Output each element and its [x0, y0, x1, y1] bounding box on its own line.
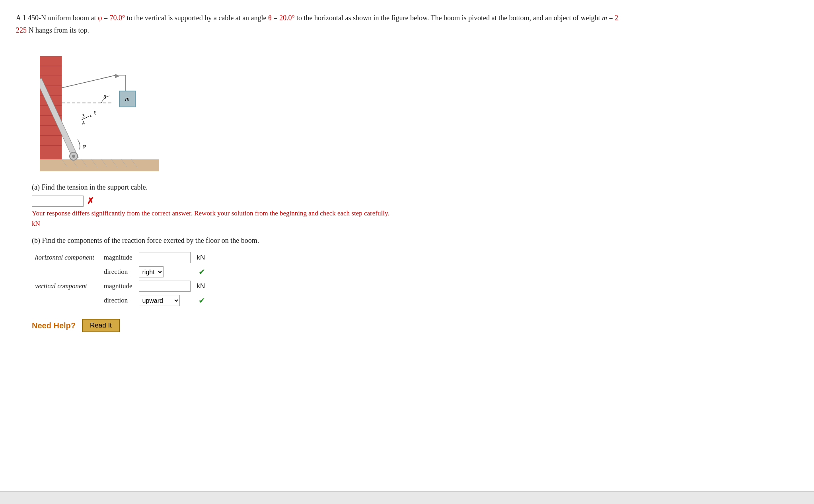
- vertical-direction-label: direction: [101, 293, 136, 308]
- vertical-component-label: vertical component: [32, 279, 101, 293]
- need-help-label: Need Help?: [32, 321, 76, 330]
- boom-figure: m θ 3 4 ℓ ℓ φ: [40, 44, 159, 171]
- horizontal-direction-cell: right left: [136, 265, 194, 279]
- part-a-unit: kN: [32, 220, 40, 227]
- text-end: N hangs from its top.: [27, 26, 89, 34]
- svg-text:4: 4: [81, 120, 86, 126]
- figure-container: m θ 3 4 ℓ ℓ φ: [40, 44, 621, 171]
- m-eq: =: [607, 14, 615, 22]
- vertical-check: ✔: [194, 293, 208, 308]
- vertical-magnitude-label: magnitude: [101, 279, 136, 293]
- svg-text:φ: φ: [83, 143, 86, 149]
- theta-value: θ: [268, 14, 272, 22]
- theta-number: 20.0°: [279, 14, 295, 22]
- phi-number: 70.0°: [110, 14, 125, 22]
- part-b-label: (b) Find the components of the reaction …: [32, 236, 621, 245]
- horizontal-magnitude-cell: [136, 250, 194, 265]
- vertical-magnitude-input[interactable]: [139, 281, 191, 292]
- horizontal-direction-select[interactable]: right left: [139, 266, 164, 277]
- problem-text-before: A 1 450-N uniform boom at: [16, 14, 98, 22]
- horizontal-magnitude-label: magnitude: [101, 250, 136, 265]
- m-label-italic: m: [602, 14, 607, 22]
- svg-text:m: m: [125, 95, 130, 102]
- part-a-error-icon: ✗: [87, 196, 94, 206]
- part-a-input[interactable]: [32, 196, 84, 207]
- vertical-direction-spacer: [32, 293, 101, 308]
- svg-text:3: 3: [80, 112, 86, 119]
- vertical-direction-cell: upward downward: [136, 293, 194, 308]
- horizontal-direction-spacer: [32, 265, 101, 279]
- phi-eq: =: [102, 14, 109, 22]
- vertical-magnitude-cell: [136, 279, 194, 293]
- phi-value: φ: [98, 14, 102, 22]
- horizontal-direction-label: direction: [101, 265, 136, 279]
- components-table: horizontal component magnitude kN direct…: [32, 250, 208, 308]
- vertical-direction-select[interactable]: upward downward: [139, 295, 180, 306]
- vertical-direction-row: direction upward downward ✔: [32, 293, 208, 308]
- horizontal-magnitude-row: horizontal component magnitude kN: [32, 250, 208, 265]
- text-mid1: to the vertical is supported by a cable …: [125, 14, 268, 22]
- need-help-row: Need Help? Read It: [32, 319, 621, 332]
- vertical-magnitude-unit: kN: [194, 279, 208, 293]
- svg-rect-10: [40, 159, 159, 171]
- svg-text:ℓ: ℓ: [93, 110, 97, 116]
- svg-text:θ: θ: [103, 94, 106, 100]
- problem-statement: A 1 450-N uniform boom at φ = 70.0° to t…: [16, 12, 621, 36]
- svg-point-21: [72, 155, 75, 158]
- svg-text:ℓ: ℓ: [88, 112, 93, 119]
- part-a-answer-row: ✗: [32, 196, 621, 207]
- part-a-error-message: Your response differs significantly from…: [32, 208, 390, 229]
- text-mid2: to the horizontal as shown in the figure…: [295, 14, 602, 22]
- horizontal-check: ✔: [194, 265, 208, 279]
- horizontal-component-label: horizontal component: [32, 250, 101, 265]
- part-a-label: (a) Find the tension in the support cabl…: [32, 183, 621, 192]
- horizontal-direction-row: direction right left ✔: [32, 265, 208, 279]
- horizontal-magnitude-input[interactable]: [139, 252, 191, 263]
- read-it-button[interactable]: Read It: [82, 319, 120, 332]
- theta-eq: =: [272, 14, 279, 22]
- svg-line-23: [62, 75, 116, 88]
- horizontal-magnitude-unit: kN: [194, 250, 208, 265]
- vertical-magnitude-row: vertical component magnitude kN: [32, 279, 208, 293]
